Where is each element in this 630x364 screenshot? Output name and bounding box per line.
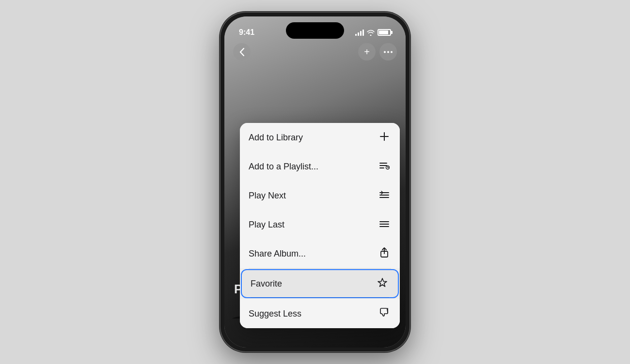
add-to-playlist-icon — [378, 161, 391, 172]
dynamic-island — [286, 22, 344, 39]
wifi-icon — [367, 30, 375, 36]
star-icon — [376, 277, 389, 290]
menu-item-favorite[interactable]: Favorite — [241, 269, 399, 298]
menu-item-add-to-library[interactable]: Add to Library — [240, 123, 400, 152]
svg-point-9 — [384, 51, 386, 53]
phone-frame: 9:41 — [220, 13, 410, 351]
add-button[interactable]: + — [358, 43, 376, 61]
battery-icon — [378, 29, 391, 36]
menu-item-suggest-less[interactable]: Suggest Less — [240, 299, 400, 328]
svg-point-10 — [387, 51, 389, 53]
play-next-icon — [378, 190, 391, 201]
add-to-library-icon — [378, 132, 391, 143]
menu-item-share-album[interactable]: Share Album... — [240, 239, 400, 268]
menu-item-add-to-library-label: Add to Library — [249, 133, 303, 143]
more-button[interactable] — [379, 43, 397, 61]
menu-item-add-to-playlist-label: Add to a Playlist... — [249, 162, 318, 172]
screen: 9:41 — [224, 16, 406, 348]
battery-fill — [379, 30, 388, 34]
signal-icon — [355, 29, 364, 36]
play-last-icon — [378, 219, 391, 230]
context-menu: Add to Library Add to a Playlist... — [240, 123, 400, 328]
menu-item-play-last[interactable]: Play Last — [240, 210, 400, 239]
menu-item-play-next[interactable]: Play Next — [240, 181, 400, 210]
menu-item-share-album-label: Share Album... — [249, 249, 306, 259]
top-nav: + — [224, 43, 406, 61]
menu-item-play-next-label: Play Next — [249, 191, 286, 201]
svg-point-11 — [391, 51, 393, 53]
status-time: 9:41 — [239, 28, 254, 37]
menu-item-favorite-label: Favorite — [251, 279, 282, 289]
status-icons — [355, 29, 391, 36]
top-nav-right: + — [358, 43, 397, 61]
menu-item-suggest-less-label: Suggest Less — [249, 309, 301, 319]
thumbs-down-icon — [378, 307, 391, 320]
menu-item-play-last-label: Play Last — [249, 220, 284, 230]
back-button[interactable] — [233, 43, 251, 61]
share-icon — [378, 247, 391, 260]
menu-item-add-to-playlist[interactable]: Add to a Playlist... — [240, 152, 400, 181]
